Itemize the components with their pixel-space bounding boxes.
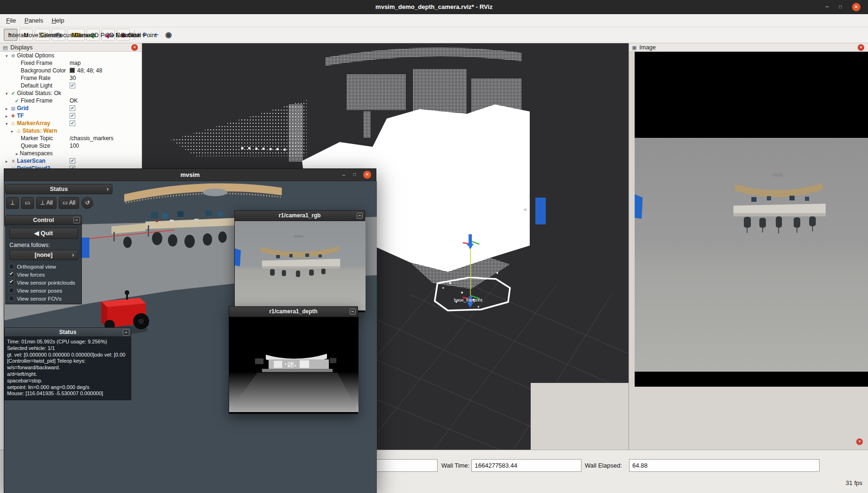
collapse-all-button[interactable]: ⊥ All <box>36 197 56 209</box>
control-minimize-button[interactable]: − <box>73 217 80 223</box>
expander-icon[interactable]: ▾ <box>4 52 9 60</box>
menu-item-help[interactable]: Help <box>48 14 69 27</box>
quit-button-label: Quit <box>40 230 53 237</box>
depth-window-titlebar[interactable]: r1/camera1_depth − <box>229 307 358 317</box>
expander-icon[interactable]: ▸ <box>14 150 20 158</box>
option-view-sensor-poses[interactable]: View sensor poses <box>6 286 81 294</box>
display-row-namespaces[interactable]: ▸Namespaces <box>0 150 142 157</box>
property-value: /chassis_markers <box>70 135 113 142</box>
display-row-marker-topic[interactable]: Marker Topic/chassis_markers <box>0 135 142 142</box>
display-row-laserscan[interactable]: ▸≡LaserScan <box>0 157 142 165</box>
option-view-sensor-pointclouds[interactable]: View sensor pointclouds <box>6 278 81 286</box>
expander-icon[interactable]: ▸ <box>4 112 9 120</box>
display-row-frame-rate[interactable]: Frame Rate30 <box>0 74 142 82</box>
status-panel-title: Status <box>59 329 77 335</box>
property-value: 30 <box>70 74 76 82</box>
time-panel-close-icon[interactable]: ✕ <box>856 438 863 445</box>
expander-icon[interactable]: ▾ <box>4 90 9 97</box>
property-value: 100 <box>70 142 79 150</box>
checkbox[interactable] <box>9 296 14 301</box>
menu-bar: FilePanelsHelp <box>0 14 868 27</box>
tool-properties-button[interactable]: ◉ <box>162 27 175 42</box>
mvsim-close-button[interactable]: ✕ <box>363 171 371 179</box>
tool-interact[interactable]: ↖Interact <box>4 29 17 41</box>
property-label: Fixed Frame <box>21 60 52 66</box>
restore-all-button[interactable]: ▭ All <box>59 197 79 209</box>
display-row-tf[interactable]: ▸✚TF <box>0 112 142 119</box>
property-label: Background Color <box>21 67 66 74</box>
menu-item-file[interactable]: File <box>2 14 20 27</box>
depth-minimize-button[interactable]: − <box>350 309 356 315</box>
display-row-global-status-ok[interactable]: ▾✔Global Status: Ok <box>0 89 142 97</box>
image-close-icon[interactable]: ✕ <box>858 44 864 51</box>
splitter-arrow-icon[interactable]: ◂ <box>523 206 526 213</box>
wall-elapsed-field[interactable]: 64.88 <box>629 459 820 472</box>
display-row-fixed-frame[interactable]: Fixed Framemap <box>0 59 142 67</box>
rviz-window: mvsim_demo_depth_camera.rviz* - RViz – □… <box>0 0 868 493</box>
rgb-window-titlebar[interactable]: r1/camera1_rgb − <box>235 211 365 221</box>
green-check-icon: ✔ <box>13 97 21 104</box>
checkbox[interactable] <box>9 288 14 293</box>
expander-icon[interactable]: ▾ <box>4 120 9 127</box>
mvsim-maximize-button[interactable]: □ <box>350 171 358 179</box>
tf-axes-icon: ✚ <box>9 112 17 119</box>
globe-icon: ⊕ <box>9 52 17 59</box>
checkbox[interactable] <box>9 264 14 269</box>
quit-button[interactable]: ◀ Quit <box>9 228 78 239</box>
display-row-background-color[interactable]: Background Color48; 48; 48 <box>0 67 142 74</box>
status-panel-header[interactable]: Status − <box>4 327 131 337</box>
laser-scan-icon: ≡ <box>9 157 17 165</box>
antenna <box>125 290 129 295</box>
depth-window-title: r1/camera1_depth <box>269 308 318 315</box>
restore-button[interactable]: ▭ <box>21 197 34 209</box>
option-view-sensor-fovs[interactable]: View sensor FOVs <box>6 294 81 302</box>
mvsim-status-header-title: Status <box>50 186 68 192</box>
checkbox[interactable] <box>9 272 14 277</box>
status-minimize-button[interactable]: − <box>123 329 129 336</box>
collapse-button[interactable]: ⊥ <box>6 197 19 209</box>
display-row-queue-size[interactable]: Queue Size100 <box>0 142 142 150</box>
checkbox[interactable] <box>70 113 75 119</box>
mvsim-minimize-button[interactable]: – <box>340 171 348 179</box>
maximize-button[interactable]: □ <box>836 3 844 11</box>
display-row-global-options[interactable]: ▾⊕Global Options <box>0 52 142 59</box>
back-arrow-icon: ◀ <box>34 230 39 237</box>
minimize-button[interactable]: – <box>823 3 831 11</box>
property-label: Grid <box>17 105 29 111</box>
property-label: Default Light <box>21 82 52 89</box>
expander-icon[interactable]: ▸ <box>9 127 15 135</box>
option-orthogonal-view[interactable]: Orthogonal view <box>6 262 81 270</box>
status-line: [Controller=twist_pid] Teleop keys: <box>7 358 128 365</box>
mvsim-status-lines: Time: 01min 05.992s (CPU usage: 9.256%)S… <box>4 337 131 400</box>
displays-close-icon[interactable]: ✕ <box>131 44 138 51</box>
displays-panel-title: Displays <box>10 44 32 51</box>
checkbox[interactable] <box>70 105 75 111</box>
cycle-button[interactable]: ↺ <box>81 197 93 209</box>
menu-item-panels[interactable]: Panels <box>20 14 48 27</box>
image-letterbox-top <box>635 52 868 138</box>
dock-corner <box>531 383 629 450</box>
display-row-status-warn[interactable]: ▸⚠Status: Warn <box>0 127 142 135</box>
display-row-grid[interactable]: ▸▦Grid <box>0 104 142 112</box>
control-panel-header[interactable]: Control − <box>5 215 82 225</box>
display-row-default-light[interactable]: Default Light <box>0 82 142 89</box>
camera-follow-dropdown[interactable]: [none] › <box>9 250 78 260</box>
option-view-forces[interactable]: View forces <box>6 270 81 278</box>
checkbox[interactable] <box>70 158 75 164</box>
close-button[interactable]: ✕ <box>852 3 860 11</box>
rgb-minimize-button[interactable]: − <box>357 213 363 219</box>
checkbox[interactable] <box>9 280 14 285</box>
display-row-fixed-frame[interactable]: ✔Fixed FrameOK <box>0 97 142 104</box>
window-titlebar: mvsim_demo_depth_camera.rviz* - RViz – □… <box>0 0 868 14</box>
displays-panel-header: ▤ Displays ✕ <box>0 43 142 52</box>
expander-icon[interactable]: ▸ <box>4 158 9 165</box>
control-options: Orthogonal viewView forcesView sensor po… <box>6 262 81 302</box>
property-label: Namespaces <box>20 150 53 157</box>
mvsim-status-header[interactable]: Status › <box>5 184 112 194</box>
displays-icon: ▤ <box>3 44 8 51</box>
expander-icon[interactable]: ▸ <box>4 105 9 112</box>
display-row-markerarray[interactable]: ▾⚠MarkerArray <box>0 119 142 127</box>
checkbox[interactable] <box>70 120 75 126</box>
wall-time-field[interactable]: 1664277583.44 <box>471 459 581 472</box>
checkbox[interactable] <box>70 83 75 88</box>
